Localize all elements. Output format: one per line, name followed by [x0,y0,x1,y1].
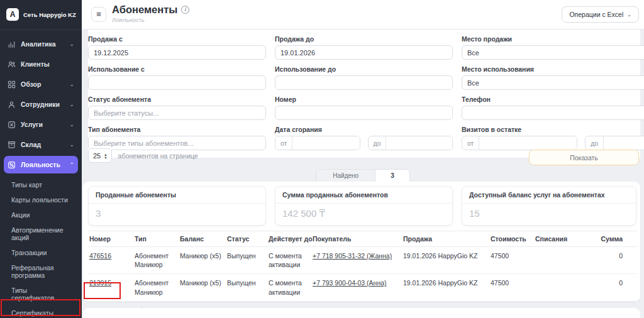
sidebar-item-clients[interactable]: Клиенты [4,55,78,73]
range-from-label: от [275,136,292,150]
chevron-down-icon: ⌄ [69,41,74,47]
topbar: ≡ Абонементыi Лояльность Операции с Exce… [82,0,644,30]
writeoffs-value [535,247,598,274]
filter-label: Продажа с [88,35,266,43]
number-filter-input[interactable] [275,106,453,120]
buyer-link[interactable]: +7 718 905-31-32 (Жанна) [313,252,392,260]
info-icon[interactable]: i [181,6,189,14]
subscriptions-table: Номер Тип Баланс Статус Действует до Пок… [88,231,636,318]
stat-value: 15 [462,204,636,224]
chevron-down-icon: ⌄ [69,141,74,148]
sidebar-item-label: Лояльность [21,161,60,168]
column-header: Статус [227,231,269,247]
sidebar: A Сеть Happygio KZ Аналитика ⌄ Клиенты О… [0,0,82,318]
buyer-link[interactable]: +7 793 900-04-03 (Анна) [313,279,387,287]
cost-value: 47500 [491,274,535,301]
subscription-type: Абонемент Маникюр [135,274,180,301]
visits-from-input[interactable] [479,136,577,150]
subscription-balance: Маникюр (x5) [180,247,227,274]
submenu-item[interactable]: Реферальная программа [4,260,78,283]
sale-to-input[interactable] [275,45,453,60]
app-logo: A [6,8,19,21]
sidebar-item-warehouse[interactable]: Склад ⌄ [4,136,78,153]
usage-from-input[interactable] [88,75,266,90]
sidebar-menu: Аналитика ⌄ Клиенты Обзор ⌄ Сотрудники ⌄… [0,35,82,318]
stat-value: 3 [89,204,265,224]
filters-panel: Продажа с Продажа до Место продажи Все ▴… [88,30,640,158]
range-to-label: до [586,136,604,150]
submenu-item[interactable]: Сертификаты [4,305,78,318]
writeoffs-value [535,274,598,301]
column-header: Действует до [269,231,313,247]
excel-operations-button[interactable]: Операции с Excel ⌄ [562,6,639,23]
usage-to-input[interactable] [275,75,453,90]
filter-label: Место использования [462,65,644,73]
per-page-value: 25 [93,152,101,160]
found-count: 3 [375,170,409,182]
cost-value: 47500 [491,247,535,274]
sidebar-item-services[interactable]: Услуги ⌄ [4,116,78,133]
subscription-status: Выпущен [227,274,269,301]
sidebar-item-analytics[interactable]: Аналитика ⌄ [4,35,78,53]
filter-label: Использование до [275,65,453,73]
pagination-row: 25 ▴▾ абонементов на странице Показать [88,148,640,167]
submenu-item[interactable]: Типы сертификатов [4,283,78,305]
chevron-down-icon: ⌄ [627,12,631,18]
sale-from-input[interactable] [88,45,266,60]
submenu-item[interactable]: Автоприменение акций [4,222,78,245]
subscription-number-link[interactable]: 213915 [89,279,111,287]
select-arrows-icon: ▴▾ [104,153,106,159]
per-page-select[interactable]: 25 ▴▾ [88,148,112,163]
sidebar-item-employees[interactable]: Сотрудники ⌄ [4,96,78,113]
sale-place-select[interactable]: Все ▴▾ [462,45,644,60]
usage-place-select[interactable]: Все ▴▾ [462,75,644,90]
overview-icon [8,80,16,89]
visits-to-input[interactable] [604,136,644,150]
analytics-icon [8,40,16,48]
filter-label: Место продажи [462,35,644,43]
column-header: Покупатель [313,231,403,247]
stat-cards: Проданные абонементы 3 Сумма проданных а… [88,186,636,226]
org-switcher[interactable]: A Сеть Happygio KZ [0,0,82,28]
range-from-label: от [462,136,479,150]
valid-until: С момента активации [269,247,313,274]
stat-value: 142 500 ₸ [275,204,452,225]
column-header: Стоимость [491,231,535,247]
breadcrumb: Лояльность [112,16,189,23]
subscription-number-link[interactable]: 476516 [89,252,111,260]
status-filter-input[interactable] [88,106,266,120]
loyalty-submenu: Типы карт Карты лояльности Акции Автопри… [4,176,78,318]
sidebar-item-label: Обзор [21,80,41,88]
submenu-item[interactable]: Акции [4,207,78,222]
hamburger-menu-icon[interactable]: ≡ [91,7,106,22]
results-card: Проданные абонементы 3 Сумма проданных а… [83,182,640,302]
subscription-type: Абонемент Маникюр [135,247,180,274]
stat-card: Сумма проданных абонементов 142 500 ₸ [275,186,453,226]
chevron-up-icon: ⌃ [69,162,74,168]
submenu-item[interactable]: Типы карт [4,177,78,192]
phone-filter-input[interactable] [462,106,644,120]
expiry-from-input[interactable] [292,136,359,150]
clients-icon [8,60,16,69]
submenu-item[interactable]: Карты лояльности [4,192,78,207]
chevron-down-icon: ⌄ [69,121,74,128]
expiry-to-input[interactable] [386,136,452,150]
column-header: Продажа [403,231,491,247]
loyalty-icon [8,160,16,169]
sidebar-item-label: Сотрудники [21,101,60,108]
column-header: Баланс [180,231,227,247]
sidebar-item-overview[interactable]: Обзор ⌄ [4,75,78,93]
subscription-balance: Маникюр (x5) [180,274,227,301]
submenu-item[interactable]: Транзакции [4,245,78,260]
range-to-label: до [369,136,387,150]
column-header: Номер [88,231,135,247]
filter-label: Продажа до [275,35,453,43]
employees-icon [8,100,16,109]
table-header-row: Номер Тип Баланс Статус Действует до Пок… [88,231,636,247]
sidebar-item-loyalty[interactable]: Лояльность ⌃ [4,156,78,173]
main-content: ≡ Абонементыi Лояльность Операции с Exce… [82,0,644,318]
sum-value: 0 [598,274,636,301]
stat-title: Сумма проданных абонементов [275,187,452,204]
per-page-label: абонементов на странице [118,152,198,160]
show-button[interactable]: Показать [529,150,639,165]
